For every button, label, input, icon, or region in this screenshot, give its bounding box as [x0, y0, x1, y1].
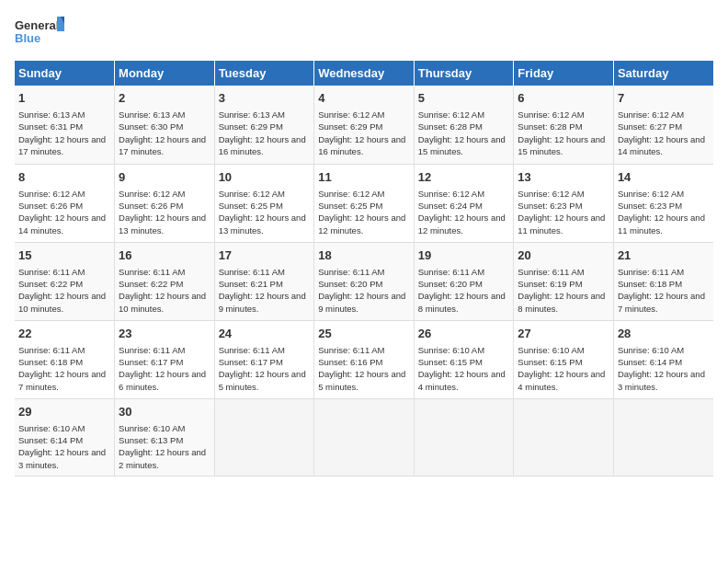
- day-number: 19: [418, 247, 510, 264]
- sunrise-label: Sunrise: 6:13 AM: [18, 109, 85, 120]
- sunset-label: Sunset: 6:28 PM: [518, 121, 582, 132]
- sunrise-label: Sunrise: 6:10 AM: [418, 345, 484, 355]
- day-number: 28: [618, 326, 710, 342]
- day-cell-5: 5Sunrise: 6:12 AMSunset: 6:28 PMDaylight…: [414, 86, 514, 164]
- sunset-label: Sunset: 6:14 PM: [618, 357, 682, 367]
- sunset-label: Sunset: 6:22 PM: [119, 279, 183, 289]
- day-number: 23: [119, 326, 210, 342]
- daylight-label: Daylight: 12 hours and 8 minutes.: [518, 291, 605, 313]
- sunrise-label: Sunrise: 6:11 AM: [119, 345, 185, 355]
- sunset-label: Sunset: 6:18 PM: [18, 357, 83, 367]
- sunset-label: Sunset: 6:28 PM: [418, 121, 483, 132]
- daylight-label: Daylight: 12 hours and 7 minutes.: [618, 291, 705, 313]
- day-cell-9: 9Sunrise: 6:12 AMSunset: 6:26 PMDaylight…: [115, 164, 215, 242]
- sunrise-label: Sunrise: 6:12 AM: [518, 109, 584, 120]
- day-cell-23: 23Sunrise: 6:11 AMSunset: 6:17 PMDayligh…: [115, 320, 215, 398]
- daylight-label: Daylight: 12 hours and 5 minutes.: [318, 369, 405, 391]
- sunrise-label: Sunrise: 6:11 AM: [618, 267, 684, 277]
- header-tuesday: Tuesday: [214, 61, 314, 86]
- daylight-label: Daylight: 12 hours and 7 minutes.: [18, 369, 106, 391]
- daylight-label: Daylight: 12 hours and 15 minutes.: [418, 134, 506, 156]
- logo-svg: General Blue: [15, 15, 65, 52]
- day-cell-11: 11Sunrise: 6:12 AMSunset: 6:25 PMDayligh…: [314, 164, 415, 242]
- sunrise-label: Sunrise: 6:10 AM: [518, 345, 584, 355]
- daylight-label: Daylight: 12 hours and 9 minutes.: [318, 291, 405, 313]
- sunrise-label: Sunrise: 6:11 AM: [18, 345, 85, 355]
- day-cell-30: 30Sunrise: 6:10 AMSunset: 6:13 PMDayligh…: [115, 398, 215, 476]
- daylight-label: Daylight: 12 hours and 17 minutes.: [119, 134, 206, 156]
- day-number: 25: [318, 326, 410, 342]
- daylight-label: Daylight: 12 hours and 11 minutes.: [518, 213, 605, 235]
- day-number: 26: [418, 326, 510, 342]
- calendar-header-row: SundayMondayTuesdayWednesdayThursdayFrid…: [15, 61, 713, 86]
- day-number: 2: [119, 90, 210, 107]
- sunrise-label: Sunrise: 6:12 AM: [418, 189, 484, 199]
- sunset-label: Sunset: 6:25 PM: [318, 201, 382, 211]
- sunrise-label: Sunrise: 6:12 AM: [318, 109, 384, 120]
- svg-text:Blue: Blue: [15, 31, 40, 45]
- header-saturday: Saturday: [613, 61, 713, 86]
- day-number: 3: [219, 90, 311, 107]
- daylight-label: Daylight: 12 hours and 13 minutes.: [119, 213, 206, 235]
- day-number: 27: [518, 326, 609, 342]
- sunset-label: Sunset: 6:31 PM: [18, 121, 83, 132]
- day-cell-25: 25Sunrise: 6:11 AMSunset: 6:16 PMDayligh…: [314, 320, 415, 398]
- sunset-label: Sunset: 6:30 PM: [119, 121, 183, 132]
- daylight-label: Daylight: 12 hours and 9 minutes.: [219, 291, 306, 313]
- day-number: 9: [119, 169, 210, 186]
- daylight-label: Daylight: 12 hours and 16 minutes.: [219, 134, 306, 156]
- day-cell-18: 18Sunrise: 6:11 AMSunset: 6:20 PMDayligh…: [314, 242, 415, 320]
- sunset-label: Sunset: 6:25 PM: [219, 201, 283, 211]
- daylight-label: Daylight: 12 hours and 12 minutes.: [318, 213, 405, 235]
- sunset-label: Sunset: 6:17 PM: [219, 357, 283, 367]
- day-number: 17: [219, 247, 311, 264]
- sunset-label: Sunset: 6:13 PM: [119, 435, 183, 445]
- header-thursday: Thursday: [414, 61, 514, 86]
- sunset-label: Sunset: 6:24 PM: [418, 201, 483, 211]
- logo: General Blue: [15, 15, 65, 52]
- sunrise-label: Sunrise: 6:11 AM: [18, 267, 85, 277]
- sunset-label: Sunset: 6:23 PM: [618, 201, 682, 211]
- sunset-label: Sunset: 6:17 PM: [119, 357, 183, 367]
- day-number: 30: [119, 404, 210, 420]
- day-cell-17: 17Sunrise: 6:11 AMSunset: 6:21 PMDayligh…: [214, 242, 314, 320]
- daylight-label: Daylight: 12 hours and 14 minutes.: [18, 213, 106, 235]
- day-cell-1: 1Sunrise: 6:13 AMSunset: 6:31 PMDaylight…: [15, 86, 115, 164]
- sunrise-label: Sunrise: 6:12 AM: [618, 109, 684, 120]
- daylight-label: Daylight: 12 hours and 6 minutes.: [119, 369, 206, 391]
- sunset-label: Sunset: 6:16 PM: [318, 357, 382, 367]
- daylight-label: Daylight: 12 hours and 5 minutes.: [219, 369, 306, 391]
- day-cell-10: 10Sunrise: 6:12 AMSunset: 6:25 PMDayligh…: [214, 164, 314, 242]
- day-cell-3: 3Sunrise: 6:13 AMSunset: 6:29 PMDaylight…: [214, 86, 314, 164]
- day-cell-24: 24Sunrise: 6:11 AMSunset: 6:17 PMDayligh…: [214, 320, 314, 398]
- daylight-label: Daylight: 12 hours and 15 minutes.: [518, 134, 605, 156]
- day-cell-2: 2Sunrise: 6:13 AMSunset: 6:30 PMDaylight…: [115, 86, 215, 164]
- daylight-label: Daylight: 12 hours and 3 minutes.: [18, 447, 106, 469]
- sunrise-label: Sunrise: 6:11 AM: [418, 267, 484, 277]
- sunset-label: Sunset: 6:26 PM: [18, 201, 83, 211]
- sunset-label: Sunset: 6:18 PM: [618, 279, 682, 289]
- sunset-label: Sunset: 6:19 PM: [518, 279, 582, 289]
- sunrise-label: Sunrise: 6:13 AM: [119, 109, 185, 120]
- day-cell-29: 29Sunrise: 6:10 AMSunset: 6:14 PMDayligh…: [15, 398, 115, 476]
- sunrise-label: Sunrise: 6:12 AM: [318, 189, 384, 199]
- sunset-label: Sunset: 6:22 PM: [18, 279, 83, 289]
- day-number: 16: [119, 247, 210, 264]
- day-cell-13: 13Sunrise: 6:12 AMSunset: 6:23 PMDayligh…: [514, 164, 614, 242]
- sunrise-label: Sunrise: 6:11 AM: [119, 267, 185, 277]
- day-cell-8: 8Sunrise: 6:12 AMSunset: 6:26 PMDaylight…: [15, 164, 115, 242]
- page-header: General Blue: [15, 15, 713, 52]
- week-row-3: 15Sunrise: 6:11 AMSunset: 6:22 PMDayligh…: [15, 242, 713, 320]
- sunset-label: Sunset: 6:14 PM: [18, 435, 83, 445]
- day-number: 1: [18, 90, 110, 107]
- empty-cell: [514, 398, 614, 476]
- day-number: 4: [318, 90, 410, 107]
- day-cell-7: 7Sunrise: 6:12 AMSunset: 6:27 PMDaylight…: [613, 86, 713, 164]
- sunrise-label: Sunrise: 6:12 AM: [618, 189, 684, 199]
- day-number: 11: [318, 169, 410, 186]
- sunrise-label: Sunrise: 6:13 AM: [219, 109, 285, 120]
- week-row-5: 29Sunrise: 6:10 AMSunset: 6:14 PMDayligh…: [15, 398, 713, 476]
- sunset-label: Sunset: 6:20 PM: [318, 279, 382, 289]
- day-cell-27: 27Sunrise: 6:10 AMSunset: 6:15 PMDayligh…: [514, 320, 614, 398]
- day-cell-21: 21Sunrise: 6:11 AMSunset: 6:18 PMDayligh…: [613, 242, 713, 320]
